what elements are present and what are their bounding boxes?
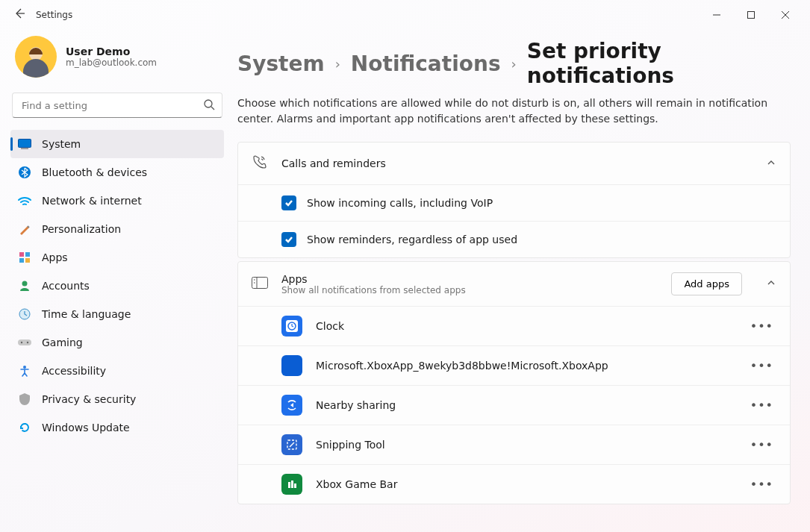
- app-name: Snipping Tool: [316, 439, 734, 451]
- user-email: m_lab@outlook.com: [66, 57, 157, 68]
- maximize-button[interactable]: [734, 3, 768, 27]
- svg-rect-9: [25, 258, 30, 263]
- svg-point-13: [21, 342, 22, 343]
- update-icon: [18, 421, 31, 434]
- accessibility-icon: [18, 364, 31, 378]
- sidebar-item-label: Personalization: [42, 223, 121, 235]
- close-button[interactable]: [768, 3, 803, 27]
- app-name: Clock: [316, 320, 734, 332]
- sidebar-item-network[interactable]: Network & internet: [10, 187, 224, 215]
- svg-point-10: [22, 281, 28, 287]
- show-calls-label: Show incoming calls, including VoIP: [307, 197, 493, 209]
- sidebar-item-label: Accounts: [42, 280, 90, 292]
- profile-block[interactable]: User Demo m_lab@outlook.com: [10, 30, 224, 90]
- privacy-icon: [18, 392, 31, 406]
- breadcrumb: System › Notifications › Set priority no…: [237, 39, 791, 88]
- titlebar: Settings: [0, 0, 810, 30]
- svg-point-2: [205, 100, 212, 107]
- app-row-nearby: Nearby sharing •••: [238, 385, 790, 425]
- svg-rect-6: [19, 252, 24, 257]
- svg-rect-4: [21, 148, 28, 149]
- svg-point-14: [27, 342, 28, 343]
- more-button[interactable]: •••: [747, 475, 776, 495]
- sidebar-item-label: Time & language: [42, 308, 131, 320]
- phone-icon: [252, 154, 268, 172]
- calls-reminders-header[interactable]: Calls and reminders: [238, 143, 790, 184]
- more-button[interactable]: •••: [747, 356, 776, 376]
- add-apps-button[interactable]: Add apps: [671, 272, 742, 295]
- sidebar-item-apps[interactable]: Apps: [10, 243, 224, 272]
- svg-rect-3: [19, 140, 31, 148]
- svg-point-17: [254, 279, 255, 281]
- time-icon: [18, 307, 31, 321]
- more-button[interactable]: •••: [747, 316, 776, 337]
- window-title: Settings: [36, 10, 72, 20]
- sidebar-item-time[interactable]: Time & language: [10, 300, 224, 328]
- app-row-clock: Clock •••: [238, 306, 790, 345]
- sidebar-item-label: System: [42, 138, 81, 150]
- page-description: Choose which notifications are allowed w…: [237, 96, 775, 127]
- nav-list: System Bluetooth & devices Network & int…: [10, 130, 224, 442]
- network-icon: [18, 194, 31, 207]
- sidebar-item-privacy[interactable]: Privacy & security: [10, 385, 224, 413]
- clock-icon: [281, 316, 302, 337]
- show-reminders-row: Show reminders, regardless of app used: [238, 221, 790, 257]
- apps-heading: Apps: [281, 273, 658, 285]
- sidebar-item-label: Bluetooth & devices: [42, 166, 147, 178]
- chevron-up-icon: [766, 277, 776, 291]
- gaming-icon: [18, 336, 31, 349]
- gamebar-icon: [281, 474, 302, 495]
- breadcrumb-system[interactable]: System: [237, 51, 325, 76]
- svg-rect-24: [294, 484, 296, 488]
- xboxapp-icon: [281, 355, 302, 376]
- apps-header-icon: [252, 277, 268, 292]
- svg-point-18: [254, 282, 255, 284]
- calls-reminders-card: Calls and reminders Show incoming calls,…: [237, 142, 791, 258]
- svg-rect-23: [291, 481, 293, 488]
- search-input[interactable]: [12, 93, 222, 118]
- avatar: [15, 36, 57, 78]
- svg-point-15: [23, 366, 26, 369]
- accounts-icon: [18, 279, 31, 292]
- sidebar-item-system[interactable]: System: [10, 130, 224, 158]
- calls-reminders-title: Calls and reminders: [281, 157, 753, 169]
- svg-rect-22: [288, 482, 290, 488]
- user-name: User Demo: [66, 46, 157, 57]
- apps-icon: [18, 251, 31, 264]
- show-calls-checkbox[interactable]: [281, 195, 296, 210]
- app-name: Xbox Game Bar: [316, 478, 734, 490]
- chevron-right-icon: ›: [511, 56, 517, 72]
- nearby-icon: [281, 395, 302, 416]
- app-row-snipping: Snipping Tool •••: [238, 425, 790, 464]
- minimize-button[interactable]: [700, 3, 734, 27]
- sidebar-item-gaming[interactable]: Gaming: [10, 328, 224, 357]
- sidebar-item-label: Accessibility: [42, 365, 106, 377]
- sidebar-item-label: Privacy & security: [42, 393, 136, 405]
- sidebar-item-bluetooth[interactable]: Bluetooth & devices: [10, 158, 224, 187]
- search-box: [12, 93, 222, 118]
- more-button[interactable]: •••: [747, 395, 776, 416]
- svg-rect-8: [19, 258, 24, 263]
- bluetooth-icon: [18, 166, 31, 179]
- back-button[interactable]: [7, 7, 31, 22]
- sidebar-item-accounts[interactable]: Accounts: [10, 272, 224, 300]
- svg-rect-12: [18, 339, 31, 345]
- show-reminders-checkbox[interactable]: [281, 232, 296, 247]
- svg-rect-0: [748, 12, 755, 19]
- personalization-icon: [18, 222, 31, 236]
- main-content: System › Notifications › Set priority no…: [233, 30, 810, 532]
- sidebar-item-update[interactable]: Windows Update: [10, 413, 224, 442]
- sidebar-item-label: Windows Update: [42, 422, 130, 434]
- app-name: Microsoft.XboxApp_8wekyb3d8bbwe!Microsof…: [316, 360, 734, 372]
- more-button[interactable]: •••: [747, 435, 776, 455]
- sidebar-item-label: Gaming: [42, 337, 83, 348]
- breadcrumb-notifications[interactable]: Notifications: [351, 51, 501, 76]
- snipping-icon: [281, 434, 302, 455]
- chevron-up-icon: [766, 157, 776, 171]
- sidebar-item-accessibility[interactable]: Accessibility: [10, 357, 224, 385]
- search-icon: [203, 98, 215, 113]
- apps-header[interactable]: Apps Show all notifications from selecte…: [238, 262, 790, 306]
- svg-rect-7: [25, 252, 30, 257]
- sidebar-item-personalization[interactable]: Personalization: [10, 215, 224, 243]
- apps-card: Apps Show all notifications from selecte…: [237, 261, 791, 504]
